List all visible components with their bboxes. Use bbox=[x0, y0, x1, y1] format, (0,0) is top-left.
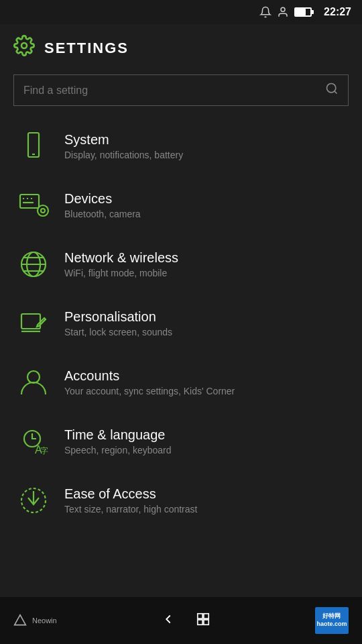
settings-item-personalisation[interactable]: Personalisation Start, lock screen, soun… bbox=[0, 294, 362, 353]
system-text: System Display, notifications, battery bbox=[64, 132, 183, 160]
personalisation-title: Personalisation bbox=[64, 309, 172, 325]
bottom-left: Neowin bbox=[13, 614, 57, 627]
svg-rect-30 bbox=[198, 619, 202, 624]
accounts-subtitle: Your account, sync settings, Kids' Corne… bbox=[64, 386, 235, 396]
svg-text:字: 字 bbox=[40, 446, 48, 455]
status-time: 22:27 bbox=[324, 6, 351, 18]
search-input[interactable] bbox=[23, 85, 325, 97]
bottom-center bbox=[161, 612, 210, 630]
personalisation-text: Personalisation Start, lock screen, soun… bbox=[64, 309, 172, 337]
settings-item-system[interactable]: System Display, notifications, battery bbox=[0, 117, 362, 176]
notification-icon bbox=[259, 6, 272, 18]
accounts-text: Accounts Your account, sync settings, Ki… bbox=[64, 368, 235, 396]
search-icon[interactable] bbox=[325, 82, 339, 99]
settings-item-ease-of-access[interactable]: Ease of Access Text size, narrator, high… bbox=[0, 471, 362, 530]
back-button[interactable] bbox=[161, 612, 176, 630]
time-language-title: Time & language bbox=[64, 427, 172, 443]
neowin-logo-icon bbox=[13, 614, 27, 627]
search-container bbox=[0, 69, 362, 117]
ease-of-access-text: Ease of Access Text size, narrator, high… bbox=[64, 486, 197, 515]
page-title: SETTINGS bbox=[44, 40, 129, 57]
header: SETTINGS bbox=[0, 24, 362, 69]
time-language-text: Time & language Speech, region, keyboard bbox=[64, 427, 172, 455]
search-box[interactable] bbox=[13, 74, 349, 106]
time-language-icon: A 字 bbox=[13, 421, 54, 462]
person-icon bbox=[277, 6, 289, 18]
settings-item-network[interactable]: Network & wireless WiFi, flight mode, mo… bbox=[0, 235, 362, 294]
ease-of-access-subtitle: Text size, narrator, high contrast bbox=[64, 504, 197, 515]
svg-rect-28 bbox=[198, 613, 202, 618]
network-title: Network & wireless bbox=[64, 250, 178, 266]
status-icons: 22:27 bbox=[259, 6, 351, 18]
settings-item-time-language[interactable]: A 字 Time & language Speech, region, keyb… bbox=[0, 412, 362, 471]
svg-rect-6 bbox=[20, 195, 39, 208]
personalisation-subtitle: Start, lock screen, sounds bbox=[64, 327, 172, 337]
ease-of-access-icon bbox=[13, 480, 54, 521]
battery-icon bbox=[294, 7, 312, 17]
svg-point-1 bbox=[21, 43, 27, 48]
svg-point-12 bbox=[41, 209, 45, 213]
settings-gear-icon bbox=[13, 35, 35, 61]
accounts-icon bbox=[13, 362, 54, 402]
battery-fill bbox=[296, 9, 306, 15]
system-icon bbox=[13, 126, 54, 166]
network-icon bbox=[13, 244, 54, 284]
devices-icon bbox=[13, 185, 54, 225]
svg-point-2 bbox=[327, 84, 336, 93]
time-language-subtitle: Speech, region, keyboard bbox=[64, 445, 172, 455]
devices-text: Devices Bluetooth, camera bbox=[64, 191, 141, 219]
svg-rect-4 bbox=[28, 133, 39, 157]
watermark-badge: 好特网haote.com bbox=[315, 607, 349, 634]
svg-point-11 bbox=[38, 205, 48, 216]
system-subtitle: Display, notifications, battery bbox=[64, 150, 183, 160]
network-subtitle: WiFi, flight mode, mobile bbox=[64, 268, 178, 278]
system-title: System bbox=[64, 132, 183, 148]
ease-of-access-title: Ease of Access bbox=[64, 486, 197, 502]
brand-label: Neowin bbox=[32, 616, 57, 625]
svg-line-3 bbox=[335, 91, 337, 94]
settings-item-accounts[interactable]: Accounts Your account, sync settings, Ki… bbox=[0, 353, 362, 412]
status-bar: 22:27 bbox=[0, 0, 362, 24]
svg-rect-31 bbox=[204, 619, 208, 624]
bottom-nav: Neowin 好特网haote.com bbox=[0, 597, 362, 644]
svg-rect-29 bbox=[204, 613, 208, 618]
settings-item-devices[interactable]: Devices Bluetooth, camera bbox=[0, 176, 362, 235]
devices-title: Devices bbox=[64, 191, 141, 207]
personalisation-icon bbox=[13, 303, 54, 343]
svg-point-0 bbox=[281, 7, 285, 11]
accounts-title: Accounts bbox=[64, 368, 235, 384]
windows-button[interactable] bbox=[196, 612, 210, 630]
settings-list: System Display, notifications, battery D… bbox=[0, 117, 362, 530]
svg-point-21 bbox=[27, 371, 40, 383]
svg-marker-27 bbox=[15, 615, 26, 625]
network-text: Network & wireless WiFi, flight mode, mo… bbox=[64, 250, 178, 278]
devices-subtitle: Bluetooth, camera bbox=[64, 209, 141, 219]
